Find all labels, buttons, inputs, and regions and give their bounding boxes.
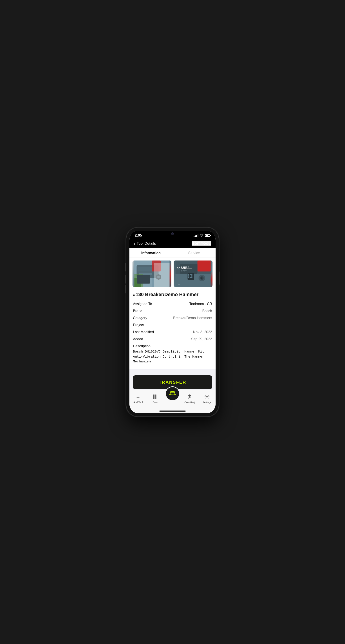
svg-rect-35 xyxy=(155,394,156,399)
add-tool-label: Add Tool xyxy=(133,401,143,404)
added-value: Sep 29, 2022 xyxy=(191,337,212,341)
tab-service[interactable]: Service xyxy=(173,248,216,257)
svg-text:130: 130 xyxy=(141,278,148,282)
added-label: Added xyxy=(133,337,143,341)
home-indicator xyxy=(129,410,216,413)
assigned-to-value: Toolroom - CR xyxy=(189,302,212,306)
nav-bar: ‹ Tool Details EDIT TOOL xyxy=(129,239,216,248)
home-logo-circle xyxy=(165,386,180,401)
project-row: Project xyxy=(133,322,212,328)
add-tool-icon: + xyxy=(136,394,140,400)
svg-rect-26 xyxy=(188,277,189,278)
tool-image-1[interactable]: 130 xyxy=(133,260,171,287)
tool-image-2[interactable]: BOSCH 18 11 C16 ... M0 ..: 10 A xyxy=(174,260,212,287)
assigned-to-label: Assigned To xyxy=(133,302,152,306)
tab-home[interactable] xyxy=(164,386,181,401)
brand-row: Brand Bosch xyxy=(133,308,212,314)
description-section: Description Bosch DH1020VC Demolition Ha… xyxy=(133,343,212,365)
category-row: Category Breaker/Demo Hammers xyxy=(133,314,212,322)
svg-rect-14 xyxy=(198,260,211,272)
last-modified-label: Last Modified xyxy=(133,330,154,334)
brand-value: Bosch xyxy=(202,309,212,313)
brand-label: Brand xyxy=(133,309,142,313)
svg-rect-37 xyxy=(157,394,157,399)
crew-proj-label: Crew/Proj xyxy=(184,401,195,404)
svg-rect-23 xyxy=(191,274,192,275)
last-modified-value: Nov 3, 2022 xyxy=(193,330,212,334)
tab-scan[interactable]: Scan xyxy=(147,394,164,404)
svg-text:M0 ..: 10 A: M0 ..: 10 A xyxy=(181,271,187,272)
scan-icon xyxy=(153,394,158,400)
scan-label: Scan xyxy=(153,401,158,404)
content-area: Information Service xyxy=(129,248,216,390)
svg-rect-10 xyxy=(135,278,141,287)
bottom-tab-bar: + Add Tool Scan xyxy=(129,390,216,410)
svg-rect-3 xyxy=(138,267,153,272)
project-label: Project xyxy=(133,323,144,327)
svg-text:BOSCH: BOSCH xyxy=(181,266,189,268)
tab-crew-proj[interactable]: Crew/Proj xyxy=(181,394,198,404)
back-button[interactable]: ‹ Tool Details xyxy=(134,242,156,246)
nav-back-label: Tool Details xyxy=(137,242,156,246)
svg-rect-22 xyxy=(190,274,191,275)
wifi-icon xyxy=(200,234,204,237)
category-value: Breaker/Demo Hammers xyxy=(173,316,212,320)
svg-rect-21 xyxy=(188,274,189,275)
assigned-to-row: Assigned To Toolroom - CR xyxy=(133,300,212,308)
settings-icon xyxy=(204,394,210,400)
signal-bars-icon xyxy=(194,234,198,237)
description-label: Description xyxy=(133,344,212,348)
svg-rect-25 xyxy=(191,276,192,276)
battery-icon xyxy=(205,234,210,237)
tab-bar: Information Service xyxy=(129,248,216,258)
svg-rect-17 xyxy=(181,268,192,269)
svg-rect-36 xyxy=(156,394,156,399)
home-line xyxy=(159,410,186,412)
tab-settings[interactable]: Settings xyxy=(198,394,216,404)
category-label: Category xyxy=(133,316,147,320)
crew-proj-icon xyxy=(187,394,192,400)
svg-rect-34 xyxy=(154,394,154,399)
svg-rect-38 xyxy=(158,394,158,399)
back-chevron-icon: ‹ xyxy=(134,242,135,246)
svg-rect-27 xyxy=(190,277,191,278)
svg-text:18 11 C16 ...: 18 11 C16 ... xyxy=(181,270,187,271)
status-icons xyxy=(194,234,210,237)
svg-rect-28 xyxy=(191,277,192,278)
svg-rect-24 xyxy=(188,276,189,276)
status-time: 2:05 xyxy=(135,233,142,238)
tool-details-section: #130 Breaker/Demo Hammer Assigned To Too… xyxy=(129,289,216,369)
spacer xyxy=(129,369,216,373)
last-modified-row: Last Modified Nov 3, 2022 xyxy=(133,328,212,336)
edit-tool-button[interactable]: EDIT TOOL xyxy=(192,241,211,246)
added-row: Added Sep 29, 2022 xyxy=(133,336,212,343)
tool-images: 130 BOSCH xyxy=(129,258,216,289)
tool-name: #130 Breaker/Demo Hammer xyxy=(133,291,212,298)
settings-label: Settings xyxy=(203,401,211,404)
svg-point-31 xyxy=(201,278,203,279)
svg-rect-41 xyxy=(188,396,191,396)
svg-rect-33 xyxy=(153,394,154,399)
svg-rect-11 xyxy=(154,263,170,287)
tab-add-tool[interactable]: + Add Tool xyxy=(129,394,147,404)
description-text: Bosch DH1020VC Demolition Hammer Kit Ant… xyxy=(133,350,212,364)
svg-text:LVA: LVA xyxy=(178,284,181,285)
svg-point-42 xyxy=(206,396,208,397)
tab-information[interactable]: Information xyxy=(129,248,173,257)
